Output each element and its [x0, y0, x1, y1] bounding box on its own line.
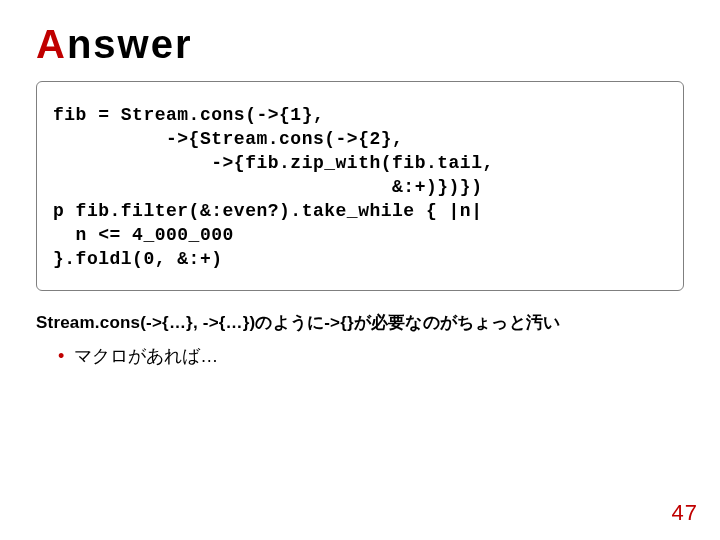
bullet-icon: • [58, 347, 64, 365]
code-line: ->{fib.zip_with(fib.tail, [53, 154, 667, 172]
title-rest: nswer [67, 22, 193, 66]
bullet-item: • マクロがあれば… [58, 344, 684, 368]
bullet-text: マクロがあれば… [74, 344, 218, 368]
slide: Answer fib = Stream.cons(->{1}, ->{Strea… [0, 0, 720, 540]
note-text: Stream.cons(->{…}, ->{…})のように->{}が必要なのがち… [36, 311, 684, 334]
page-number: 47 [672, 500, 698, 526]
code-line: fib = Stream.cons(->{1}, [53, 106, 667, 124]
code-line: ->{Stream.cons(->{2}, [53, 130, 667, 148]
code-line: }.foldl(0, &:+) [53, 250, 667, 268]
code-line: p fib.filter(&:even?).take_while { |n| [53, 202, 667, 220]
code-line: &:+)})}) [53, 178, 667, 196]
slide-title: Answer [36, 22, 684, 67]
title-accent: A [36, 22, 67, 66]
code-block: fib = Stream.cons(->{1}, ->{Stream.cons(… [36, 81, 684, 291]
code-line: n <= 4_000_000 [53, 226, 667, 244]
